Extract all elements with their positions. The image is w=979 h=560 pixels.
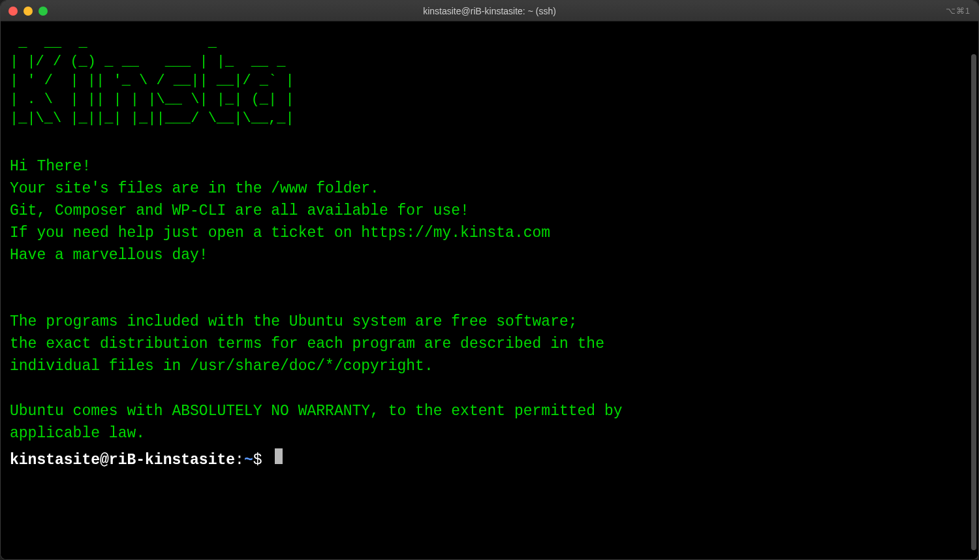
shortcut-hint: ⌥⌘1: [946, 6, 971, 16]
terminal-body[interactable]: _ __ _ _ | |/ / (_) _ __ ___ | |_ __ _ |…: [1, 22, 978, 559]
motd-line: Ubuntu comes with ABSOLUTELY NO WARRANTY…: [10, 403, 623, 420]
titlebar[interactable]: kinstasite@riB-kinstasite: ~ (ssh) ⌥⌘1: [1, 1, 978, 22]
motd-line: The programs included with the Ubuntu sy…: [10, 313, 578, 330]
prompt-colon: :: [235, 452, 244, 469]
minimize-button[interactable]: [23, 7, 33, 16]
prompt-user-host: kinstasite@riB-kinstasite: [10, 452, 235, 469]
scrollbar[interactable]: [971, 54, 976, 550]
motd-line: Git, Composer and WP-CLI are all availab…: [10, 202, 469, 219]
prompt-line[interactable]: kinstasite@riB-kinstasite:~$: [10, 448, 969, 469]
close-button[interactable]: [8, 7, 18, 16]
motd-line: If you need help just open a ticket on h…: [10, 225, 550, 241]
terminal-output: Hi There! Your site's files are in the /…: [10, 133, 969, 444]
window-title: kinstasite@riB-kinstasite: ~ (ssh): [423, 6, 556, 16]
traffic-lights: [8, 7, 48, 16]
prompt-symbol: $: [253, 452, 272, 469]
motd-line: Your site's files are in the /www folder…: [10, 180, 379, 197]
ascii-art-logo: _ __ _ _ | |/ / (_) _ __ ___ | |_ __ _ |…: [10, 33, 969, 128]
prompt-path: ~: [244, 452, 253, 469]
maximize-button[interactable]: [39, 7, 48, 16]
motd-line: Hi There!: [10, 158, 91, 175]
motd-line: the exact distribution terms for each pr…: [10, 335, 604, 352]
terminal-window: kinstasite@riB-kinstasite: ~ (ssh) ⌥⌘1 _…: [0, 0, 979, 560]
cursor: [275, 448, 283, 464]
motd-line: Have a marvellous day!: [10, 247, 208, 264]
motd-line: applicable law.: [10, 425, 145, 442]
motd-line: individual files in /usr/share/doc/*/cop…: [10, 358, 433, 375]
